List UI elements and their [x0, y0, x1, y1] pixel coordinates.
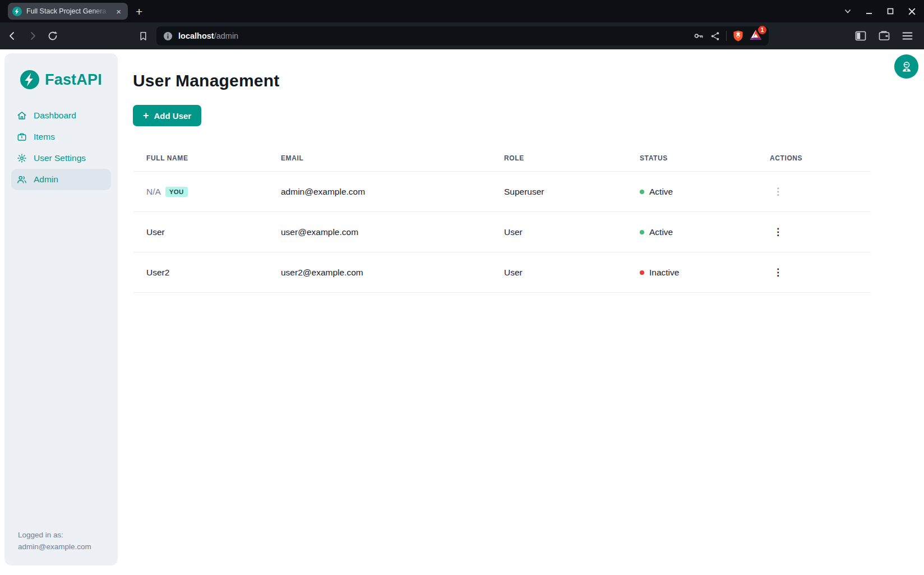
new-tab-button[interactable]: +	[136, 6, 142, 17]
url-text: localhost/admin	[178, 31, 238, 40]
home-icon	[17, 111, 27, 121]
url-host: localhost	[178, 31, 214, 40]
logged-in-info: Logged in as: admin@example.com	[18, 530, 91, 553]
fastapi-logo-icon	[20, 70, 39, 89]
address-bar[interactable]: localhost/admin	[156, 26, 769, 45]
col-email: Email	[267, 144, 491, 172]
tab-search-chevron-icon[interactable]	[844, 7, 852, 15]
sidebar-toggle-icon[interactable]	[855, 31, 866, 41]
user-email: admin@example.com	[267, 172, 491, 212]
plus-icon: +	[143, 111, 149, 121]
you-badge: YOU	[165, 187, 188, 197]
omnibox-divider	[726, 31, 727, 41]
sidebar-item-admin[interactable]: Admin	[11, 169, 111, 190]
share-icon[interactable]	[710, 31, 720, 42]
user-email: user@example.com	[267, 212, 491, 252]
sidebar-item-label: Dashboard	[34, 111, 76, 121]
table-header-row: Full Name Email Role Status Actions	[133, 144, 871, 172]
sidebar-item-label: User Settings	[34, 153, 86, 163]
close-window-button[interactable]	[908, 7, 916, 16]
table-row: User user@example.com User Active ⋮	[133, 212, 871, 252]
col-actions: Actions	[756, 144, 871, 172]
add-user-label: Add User	[154, 111, 192, 121]
page-title: User Management	[133, 71, 924, 90]
user-full-name: User2	[133, 252, 267, 293]
table-row: N/AYOU admin@example.com Superuser Activ…	[133, 172, 871, 212]
user-role: User	[491, 212, 626, 252]
fastapi-logo: FastAPI	[20, 70, 118, 89]
maximize-button[interactable]	[886, 7, 894, 15]
tab-title: Full Stack Project Genera	[26, 7, 109, 15]
tab-close-icon[interactable]: ×	[114, 6, 123, 17]
url-path: /admin	[214, 31, 239, 40]
browser-toolbar: localhost/admin	[0, 22, 924, 49]
sidebar-nav: Dashboard Items User Settings	[4, 105, 118, 190]
user-status: Active	[649, 227, 673, 237]
forward-button[interactable]	[27, 30, 38, 42]
sidebar-item-dashboard[interactable]: Dashboard	[11, 105, 111, 126]
main-content: User Management + Add User Full Name Ema…	[133, 49, 924, 293]
table-row: User2 user2@example.com User Inactive ⋮	[133, 252, 871, 293]
sidebar: FastAPI Dashboard Items	[4, 53, 118, 565]
menu-hamburger-icon[interactable]	[902, 31, 913, 40]
bookmark-icon[interactable]	[138, 31, 149, 42]
briefcase-icon	[17, 132, 27, 142]
logged-in-email: admin@example.com	[18, 541, 91, 553]
user-role: User	[491, 252, 626, 293]
brave-shield-icon[interactable]	[732, 30, 744, 42]
status-dot-active	[640, 190, 644, 194]
fastapi-logo-text: FastAPI	[45, 71, 102, 89]
users-icon	[17, 174, 27, 185]
fastapi-favicon-icon	[12, 7, 22, 16]
user-full-name: User	[133, 212, 267, 252]
back-button[interactable]	[7, 30, 18, 42]
minimize-button[interactable]	[865, 7, 873, 15]
row-actions-menu-button: ⋮	[770, 185, 786, 199]
col-full-name: Full Name	[133, 144, 267, 172]
status-dot-inactive	[640, 270, 644, 275]
row-actions-menu-button[interactable]: ⋮	[770, 225, 786, 239]
app-page: FastAPI Dashboard Items	[0, 49, 924, 575]
brave-rewards-button[interactable]: 1	[750, 29, 762, 43]
add-user-button[interactable]: + Add User	[133, 105, 201, 126]
wallet-icon[interactable]	[879, 31, 890, 41]
user-email: user2@example.com	[267, 252, 491, 293]
users-table: Full Name Email Role Status Actions N/AY…	[133, 144, 871, 293]
sidebar-item-label: Admin	[34, 174, 58, 185]
row-actions-menu-button[interactable]: ⋮	[770, 265, 786, 279]
browser-tab[interactable]: Full Stack Project Genera ×	[8, 3, 128, 20]
browser-window: Full Stack Project Genera × +	[0, 0, 924, 575]
user-status: Inactive	[649, 268, 679, 278]
user-status: Active	[649, 187, 673, 197]
logged-in-label: Logged in as:	[18, 530, 91, 541]
user-full-name: N/A	[146, 187, 161, 196]
site-info-icon[interactable]	[163, 31, 173, 41]
user-role: Superuser	[491, 172, 626, 212]
col-role: Role	[491, 144, 626, 172]
tab-strip: Full Stack Project Genera × +	[0, 0, 924, 22]
sidebar-item-user-settings[interactable]: User Settings	[11, 148, 111, 169]
password-key-icon[interactable]	[693, 30, 704, 42]
sidebar-item-label: Items	[34, 132, 55, 142]
gear-icon	[17, 153, 27, 163]
rewards-badge: 1	[758, 26, 766, 34]
status-dot-active	[640, 230, 644, 234]
col-status: Status	[626, 144, 756, 172]
reload-button[interactable]	[47, 30, 58, 42]
sidebar-item-items[interactable]: Items	[11, 126, 111, 148]
